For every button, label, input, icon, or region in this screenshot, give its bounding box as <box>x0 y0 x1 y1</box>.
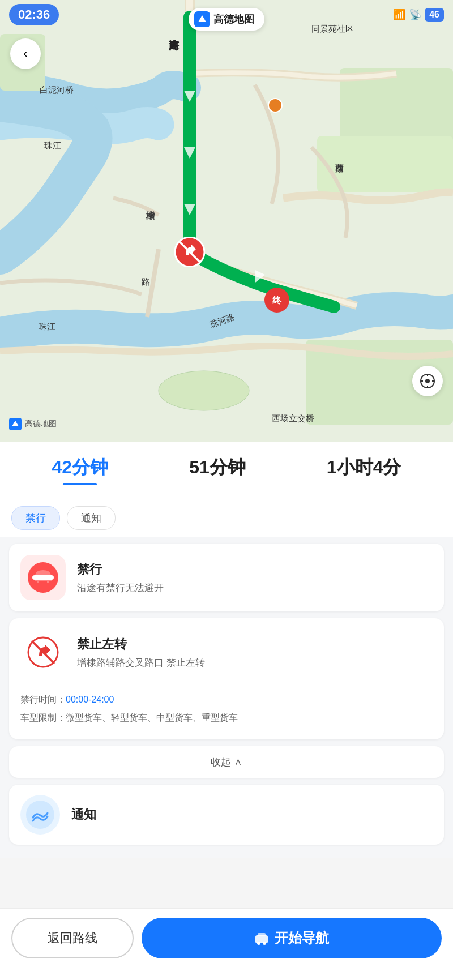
back-button[interactable]: ‹ <box>10 38 41 69</box>
map-brand-name: 高德地图 <box>213 12 254 26</box>
map-label-xichang: 西场立交桥 <box>272 413 314 424</box>
map-bottom-logo: 高德地图 <box>9 418 57 430</box>
svg-point-35 <box>263 942 266 945</box>
notice-title: 通知 <box>71 806 96 823</box>
detail-time-row: 禁行时间：00:00-24:00 <box>20 692 433 707</box>
svg-point-34 <box>257 942 260 945</box>
map-label-bainihegiao: 白泥河桥 <box>40 85 74 96</box>
detail-time-value: 00:00-24:00 <box>66 695 114 704</box>
route-time-3: 1小时4分 <box>327 455 401 480</box>
battery-display: 46 <box>425 8 444 22</box>
no-left-turn-icon <box>27 636 59 669</box>
detail-vehicle-row: 车型限制：微型货车、轻型货车、中型货车、重型货车 <box>20 711 433 725</box>
time-display: 02:36 <box>9 4 59 25</box>
restriction-desc-2: 增棣路辅路交叉路口 禁止左转 <box>77 656 205 669</box>
svg-point-17 <box>268 99 282 112</box>
filter-tab-jinxing[interactable]: 禁行 <box>11 506 60 530</box>
filter-tab-tongzhi[interactable]: 通知 <box>67 506 116 530</box>
route-tabs: 42分钟 51分钟 1小时4分 <box>0 453 453 487</box>
svg-line-30 <box>32 641 54 663</box>
return-button[interactable]: 返回路线 <box>11 918 134 958</box>
restriction-text-2: 禁止左转 增棣路辅路交叉路口 禁止左转 <box>77 636 205 669</box>
svg-text:终: 终 <box>272 296 282 305</box>
turn-marker <box>174 237 205 267</box>
restriction-icon-wrap-2 <box>20 630 66 675</box>
navigate-button[interactable]: 开始导航 <box>142 918 442 958</box>
restriction-detail: 禁行时间：00:00-24:00 车型限制：微型货车、轻型货车、中型货车、重型货… <box>20 684 433 725</box>
restriction-desc-1: 沿途有禁行无法避开 <box>77 581 164 594</box>
navigate-label: 开始导航 <box>275 929 329 947</box>
svg-point-19 <box>425 379 430 383</box>
restriction-card-header-2: 禁止左转 增棣路辅路交叉路口 禁止左转 <box>20 630 433 675</box>
poi-marker <box>267 97 283 113</box>
notice-card: 通知 <box>9 785 444 845</box>
bottom-action-bar: 返回路线 开始导航 <box>0 908 453 980</box>
map-brand-logo[interactable]: 高德地图 <box>189 8 264 31</box>
collapse-button[interactable]: 收起 ∧ <box>9 746 444 778</box>
route-time-1: 42分钟 <box>52 455 109 480</box>
svg-rect-33 <box>258 933 266 936</box>
restriction-text-1: 禁行 沿途有禁行无法避开 <box>77 561 164 594</box>
location-button[interactable] <box>412 366 443 396</box>
notice-icon <box>26 801 54 829</box>
svg-marker-12 <box>198 15 206 22</box>
signal-icon: 📶 <box>393 8 405 21</box>
map-label-zhujiang2: 珠江 <box>39 322 55 332</box>
filter-tabs-container: 禁行 通知 <box>0 497 453 537</box>
route-tab-underline-1 <box>63 483 97 485</box>
route-tab-2[interactable]: 51分钟 <box>178 453 257 487</box>
svg-rect-32 <box>255 935 268 943</box>
no-entry-icon <box>27 561 59 594</box>
restriction-card-jinxing: 禁行 沿途有禁行无法避开 <box>9 544 444 611</box>
restriction-title-1: 禁行 <box>77 561 164 578</box>
map-bottom-name: 高德地图 <box>25 419 57 429</box>
status-icons: 📶 📡 46 <box>393 8 444 22</box>
navigate-icon <box>254 931 269 945</box>
route-selector: 42分钟 51分钟 1小时4分 <box>0 442 453 497</box>
wifi-icon: 📡 <box>409 8 421 21</box>
route-time-2: 51分钟 <box>189 455 246 480</box>
cards-area: 禁行 沿途有禁行无法避开 禁止左转 增棣路辅路交叉路口 禁止左转 <box>0 537 453 858</box>
restriction-card-noleft: 禁止左转 增棣路辅路交叉路口 禁止左转 禁行时间：00:00-24:00 车型限… <box>9 618 444 739</box>
route-tab-3[interactable]: 1小时4分 <box>315 453 413 487</box>
detail-time-label: 禁行时间： <box>20 695 66 704</box>
restriction-card-header-1: 禁行 沿途有禁行无法避开 <box>20 555 433 600</box>
map-container[interactable]: 02:36 📶 📡 46 高德地图 ‹ 白泥河桥 珠江 珠江 许广高速 增棣路 … <box>0 0 453 442</box>
svg-point-1 <box>159 371 249 410</box>
gaode-icon <box>194 11 210 27</box>
destination-marker: 终 <box>264 288 289 313</box>
svg-marker-24 <box>12 421 19 426</box>
route-tab-1[interactable]: 42分钟 <box>41 453 120 487</box>
restriction-icon-wrap-1 <box>20 555 66 600</box>
map-label-zhujiang1: 珠江 <box>44 140 61 151</box>
gaode-small-icon <box>9 418 22 430</box>
notice-icon-wrap <box>20 795 60 835</box>
restriction-title-2: 禁止左转 <box>77 636 205 653</box>
